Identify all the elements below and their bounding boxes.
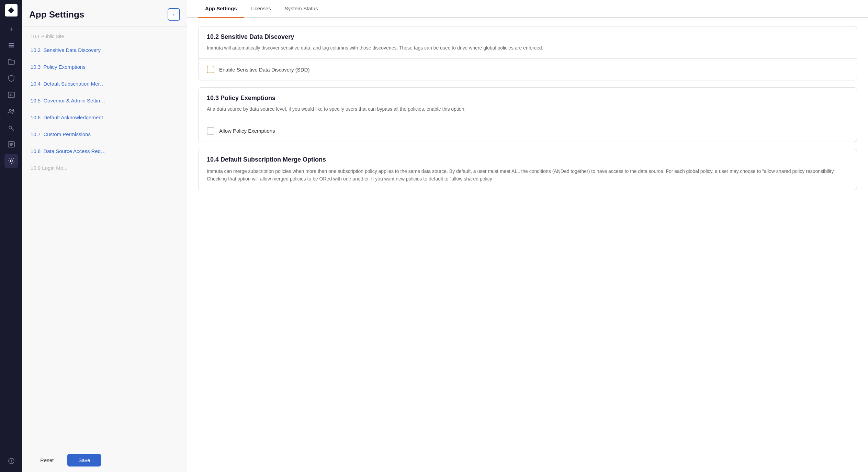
svg-point-5 xyxy=(9,109,11,111)
svg-rect-0 xyxy=(9,43,14,44)
policy-exemptions-checkbox[interactable] xyxy=(207,127,214,135)
section-10-4: 10.4 Default Subscription Merge Options … xyxy=(198,149,857,190)
nav-add[interactable]: ＋ xyxy=(4,22,18,36)
sidebar-item-10-8[interactable]: 10.8 Data Source Access Req… xyxy=(22,143,187,160)
nav-terminal[interactable] xyxy=(4,88,18,102)
section-10-3-control: Allow Policy Exemptions xyxy=(199,120,857,142)
sidebar-header: App Settings ‹ xyxy=(22,0,187,26)
sidebar-item-10-4[interactable]: 10.4 Default Subscription Mer… xyxy=(22,75,187,92)
section-10-4-title: 10.4 Default Subscription Merge Options xyxy=(207,156,848,163)
save-button[interactable]: Save xyxy=(67,454,101,466)
content-area: 10.2 Sensitive Data Discovery Immuta wil… xyxy=(187,18,868,472)
sidebar-item-10-7[interactable]: 10.7 Custom Permissions xyxy=(22,126,187,143)
section-10-2: 10.2 Sensitive Data Discovery Immuta wil… xyxy=(198,26,857,80)
section-10-2-title: 10.2 Sensitive Data Discovery xyxy=(207,33,848,41)
svg-point-12 xyxy=(10,160,12,162)
svg-rect-2 xyxy=(9,47,14,48)
section-10-4-desc: Immuta can merge subscription policies w… xyxy=(207,167,848,183)
section-10-2-desc: Immuta will automatically discover sensi… xyxy=(207,44,848,52)
nav-bar: ＋ xyxy=(0,0,22,472)
section-10-3-desc: At a data source by data source level, i… xyxy=(207,105,848,113)
logo-diamond xyxy=(8,7,14,13)
svg-point-6 xyxy=(12,109,14,111)
sidebar-item-10-2[interactable]: 10.2 Sensitive Data Discovery xyxy=(22,42,187,58)
main-content: App Settings Licenses System Status 10.2… xyxy=(187,0,868,472)
tab-licenses[interactable]: Licenses xyxy=(244,0,278,18)
sdd-checkbox-label: Enable Sensitive Data Discovery (SDD) xyxy=(219,67,309,73)
sidebar-item-10-9[interactable]: 10.9 Login Mo... xyxy=(22,160,187,176)
sdd-checkbox[interactable] xyxy=(207,66,214,73)
section-10-3-title: 10.3 Policy Exemptions xyxy=(207,95,848,102)
nav-settings[interactable] xyxy=(4,154,18,168)
nav-shield[interactable] xyxy=(4,72,18,85)
tab-app-settings[interactable]: App Settings xyxy=(198,0,244,18)
nav-list[interactable] xyxy=(4,138,18,151)
sidebar-item-10-5[interactable]: 10.5 Governor & Admin Settin… xyxy=(22,92,187,109)
sidebar-collapse-button[interactable]: ‹ xyxy=(168,8,180,21)
nav-users[interactable] xyxy=(4,105,18,118)
section-10-3-header: 10.3 Policy Exemptions At a data source … xyxy=(199,88,857,120)
tab-system-status[interactable]: System Status xyxy=(278,0,325,18)
sidebar-item-10-1[interactable]: 10.1 Public Site xyxy=(22,31,187,42)
section-10-2-control: Enable Sensitive Data Discovery (SDD) xyxy=(199,59,857,80)
sidebar: App Settings ‹ 10.1 Public Site 10.2 Sen… xyxy=(22,0,187,472)
sidebar-title: App Settings xyxy=(29,9,84,20)
sidebar-item-10-3[interactable]: 10.3 Policy Exemptions xyxy=(22,58,187,75)
svg-rect-1 xyxy=(9,45,14,46)
nav-layers[interactable] xyxy=(4,39,18,52)
sidebar-nav: 10.1 Public Site 10.2 Sensitive Data Dis… xyxy=(22,26,187,448)
policy-exemptions-label: Allow Policy Exemptions xyxy=(219,128,275,134)
nav-folder[interactable] xyxy=(4,55,18,69)
section-10-4-content: 10.4 Default Subscription Merge Options … xyxy=(199,149,857,190)
nav-add-bottom[interactable] xyxy=(4,454,18,468)
sidebar-item-10-6[interactable]: 10.6 Default Acknowledgement xyxy=(22,109,187,126)
reset-button[interactable]: Reset xyxy=(31,454,63,466)
sidebar-footer: Reset Save xyxy=(22,448,187,472)
section-10-2-header: 10.2 Sensitive Data Discovery Immuta wil… xyxy=(199,26,857,59)
section-10-3: 10.3 Policy Exemptions At a data source … xyxy=(198,87,857,142)
nav-key[interactable] xyxy=(4,121,18,135)
app-logo[interactable] xyxy=(5,4,18,17)
svg-point-7 xyxy=(9,126,12,129)
top-tabs: App Settings Licenses System Status xyxy=(187,0,868,18)
